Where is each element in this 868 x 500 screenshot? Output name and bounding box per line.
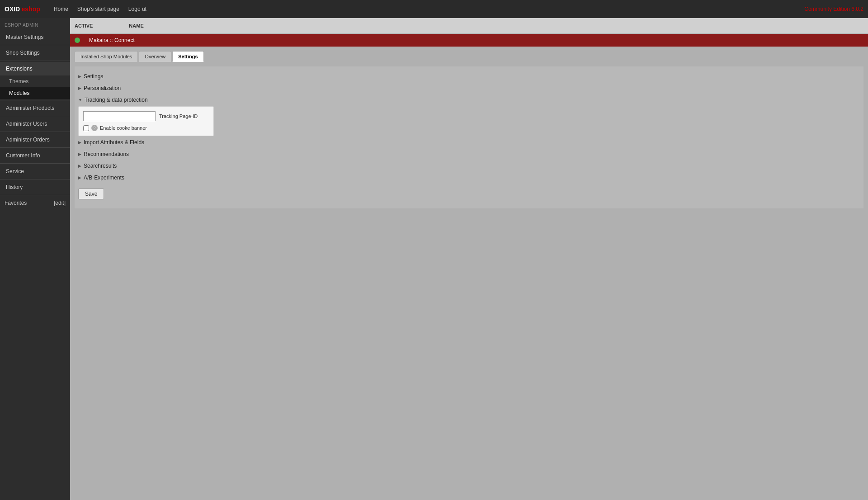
save-button[interactable]: Save (78, 189, 104, 199)
nav-home[interactable]: Home (54, 6, 68, 12)
tabs-bar: Installed Shop Modules Overview Settings (75, 51, 863, 62)
sidebar-item-favorites[interactable]: Favorites [edit] (0, 196, 70, 210)
logo-eshop: eshop (22, 5, 40, 13)
sidebar-item-administer-products[interactable]: Administer Products (0, 101, 70, 115)
accordion-searchresults-header[interactable]: Searchresults (75, 160, 863, 171)
settings-area: Installed Shop Modules Overview Settings… (70, 47, 868, 500)
sidebar-item-service[interactable]: Service (0, 165, 70, 178)
main-layout: ESHOP ADMIN Master Settings Shop Setting… (0, 18, 868, 500)
tracking-page-id-input[interactable] (83, 111, 156, 121)
accordion-recommendations: Recommendations (75, 149, 863, 160)
divider-4 (0, 116, 70, 116)
enable-cookie-banner-checkbox[interactable] (83, 125, 89, 131)
divider-1 (0, 45, 70, 45)
settings-arrow-icon (78, 74, 81, 79)
tab-overview[interactable]: Overview (139, 51, 171, 62)
sidebar-header: ESHOP ADMIN (0, 18, 70, 30)
tracking-section-label: Tracking & data protection (85, 97, 148, 103)
divider-2 (0, 61, 70, 61)
accordion-settings-header[interactable]: Settings (75, 71, 863, 82)
accordion-ab: A/B-Experiments (75, 172, 863, 183)
recommendations-arrow-icon (78, 152, 81, 156)
module-name: Makaira :: Connect (89, 37, 135, 43)
edition-label: Community Edition 6.0.2 (804, 6, 863, 12)
tab-installed-modules[interactable]: Installed Shop Modules (75, 51, 138, 62)
accordion-import: Import Attributes & Fields (75, 137, 863, 148)
divider-5 (0, 132, 70, 132)
divider-9 (0, 195, 70, 195)
sidebar-item-master-settings[interactable]: Master Settings (0, 30, 70, 44)
personalization-section-label: Personalization (84, 85, 121, 91)
tracking-panel: Tracking Page-ID ? Enable cooke banner (78, 106, 214, 136)
accordion-tracking: Tracking & data protection Tracking Page… (75, 94, 863, 136)
import-section-label: Import Attributes & Fields (84, 139, 144, 146)
help-icon[interactable]: ? (91, 125, 98, 131)
accordion-ab-header[interactable]: A/B-Experiments (75, 172, 863, 183)
logo: OXID eshop (5, 5, 40, 13)
accordion-settings: Settings (75, 71, 863, 82)
favorites-edit[interactable]: [edit] (54, 200, 66, 206)
ab-arrow-icon (78, 175, 81, 180)
sidebar-item-modules[interactable]: Modules (0, 87, 70, 99)
import-arrow-icon (78, 140, 81, 145)
searchresults-section-label: Searchresults (84, 163, 117, 169)
logo-oxid: OXID (5, 5, 20, 13)
ab-section-label: A/B-Experiments (84, 175, 124, 181)
nav-shop-start[interactable]: Shop's start page (77, 6, 119, 12)
accordion-import-header[interactable]: Import Attributes & Fields (75, 137, 863, 148)
divider-8 (0, 179, 70, 179)
sidebar-item-history[interactable]: History (0, 180, 70, 194)
tracking-page-id-label: Tracking Page-ID (159, 113, 198, 119)
recommendations-section-label: Recommendations (84, 151, 129, 157)
module-list-header: ACTIVE NAME (70, 18, 868, 34)
tab-content-settings: Settings Personalization Tracking & data… (75, 66, 863, 208)
sidebar: ESHOP ADMIN Master Settings Shop Setting… (0, 18, 70, 500)
status-dot-active (75, 38, 80, 43)
personalization-arrow-icon (78, 86, 81, 90)
settings-section-label: Settings (84, 73, 103, 80)
searchresults-arrow-icon (78, 164, 81, 168)
top-navigation: OXID eshop Home Shop's start page Logo u… (0, 0, 868, 18)
divider-3 (0, 100, 70, 100)
accordion-personalization-header[interactable]: Personalization (75, 83, 863, 94)
sidebar-item-extensions[interactable]: Extensions (0, 62, 70, 75)
sidebar-item-customer-info[interactable]: Customer Info (0, 149, 70, 162)
nav-logout[interactable]: Logo ut (128, 6, 146, 12)
content-area: ACTIVE NAME Makaira :: Connect Installed… (70, 18, 868, 500)
module-row[interactable]: Makaira :: Connect (70, 34, 868, 47)
tab-settings[interactable]: Settings (172, 51, 203, 62)
favorites-label: Favorites (5, 200, 27, 206)
sidebar-item-administer-orders[interactable]: Administer Orders (0, 133, 70, 146)
cookie-banner-row: ? Enable cooke banner (83, 125, 209, 131)
accordion-recommendations-header[interactable]: Recommendations (75, 149, 863, 160)
divider-7 (0, 163, 70, 164)
accordion-tracking-header[interactable]: Tracking & data protection (75, 94, 863, 105)
sidebar-item-shop-settings[interactable]: Shop Settings (0, 46, 70, 60)
tracking-arrow-icon (78, 98, 82, 102)
sidebar-item-themes[interactable]: Themes (0, 75, 70, 87)
enable-cookie-banner-label: Enable cooke banner (100, 125, 147, 131)
accordion-searchresults: Searchresults (75, 160, 863, 171)
active-col-header: ACTIVE (75, 23, 93, 28)
sidebar-item-administer-users[interactable]: Administer Users (0, 117, 70, 131)
name-col-header: NAME (129, 23, 143, 28)
divider-6 (0, 147, 70, 148)
tracking-page-id-row: Tracking Page-ID (83, 111, 209, 121)
accordion-personalization: Personalization (75, 83, 863, 94)
